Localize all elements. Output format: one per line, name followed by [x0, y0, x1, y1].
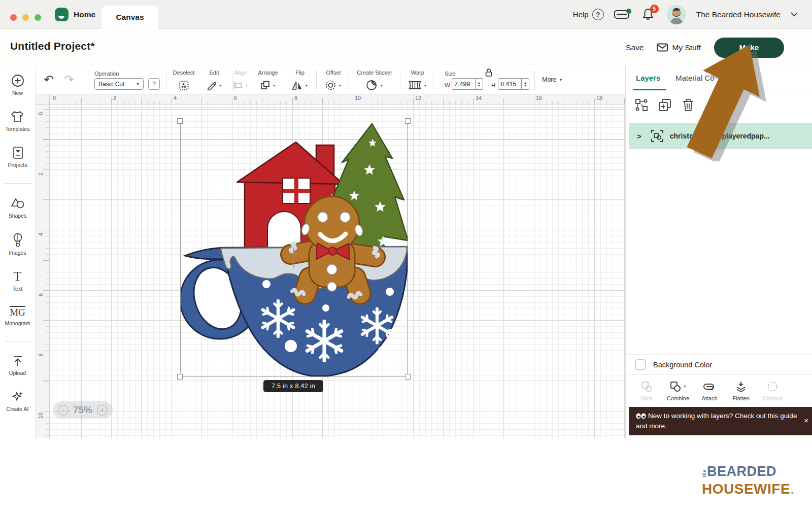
account-name[interactable]: The Bearded Housewife: [696, 10, 781, 19]
offset-label: Offset: [326, 70, 341, 76]
warp-button[interactable]: Warp ▼: [409, 70, 427, 91]
operation-help-button[interactable]: ?: [148, 78, 160, 90]
undo-button[interactable]: ↶: [44, 73, 54, 86]
ruler-tick-label: 10: [38, 412, 44, 419]
selection-handle-top-left[interactable]: [177, 118, 183, 124]
tab-home-label: Home: [74, 10, 95, 19]
zoom-in-button[interactable]: +: [97, 405, 108, 416]
help-button[interactable]: Help ?: [573, 9, 604, 20]
height-input[interactable]: [498, 78, 522, 90]
ruler-tick-label: 8: [38, 352, 44, 359]
sidebar-divider: [4, 183, 31, 184]
ruler-tick-label: 10: [355, 95, 361, 101]
maximize-window-button[interactable]: [35, 14, 41, 21]
size-label: Size: [445, 71, 455, 77]
warp-label: Warp: [411, 70, 424, 76]
layer-row-selected[interactable]: > christmasinacuplayeredpap...: [629, 123, 812, 149]
offset-button[interactable]: Offset ▼: [325, 70, 342, 91]
combine-button[interactable]: ▼ Combine: [662, 375, 694, 406]
redo-button[interactable]: ↷: [64, 73, 74, 86]
sidebar-item-label: Projects: [8, 162, 27, 168]
logo-line2: HOUSEWIFE: [702, 482, 790, 496]
sidebar-item-projects[interactable]: Projects: [8, 146, 27, 168]
selection-handle-bottom-left[interactable]: [177, 374, 183, 380]
layer-expand-chevron[interactable]: >: [637, 132, 641, 141]
tab-layers[interactable]: Layers: [636, 74, 660, 82]
banner-close-button[interactable]: ×: [804, 415, 808, 426]
logo-line1: BEARDED: [707, 465, 776, 478]
new-plus-icon: [11, 74, 24, 87]
ai-sparkle-icon: [11, 390, 24, 403]
more-label: More: [542, 76, 556, 83]
selection-handle-top-right[interactable]: [405, 118, 411, 124]
machine-status-button[interactable]: [614, 9, 631, 21]
sidebar-item-shapes[interactable]: Shapes: [9, 197, 27, 219]
toolbar-divider: [433, 71, 433, 90]
edit-label: Edit: [210, 70, 219, 76]
banner-text: New to working with layers? Check out th…: [636, 412, 797, 430]
caret-icon: ▼: [424, 84, 427, 87]
project-header: Untitled Project* Save My Stuff Make: [0, 29, 812, 66]
layers-panel: Layers Material Co >: [625, 66, 812, 438]
warp-icon: [409, 80, 422, 90]
slice-button: Slice: [631, 375, 662, 406]
minimize-window-button[interactable]: [22, 14, 29, 21]
edit-menu-button[interactable]: Edit ▼: [207, 70, 222, 91]
sidebar-divider: [4, 341, 31, 342]
text-tool-icon: T: [14, 270, 22, 283]
ruler-tick-label: 2: [113, 95, 116, 101]
sidebar-item-create-ai[interactable]: Create AI: [7, 390, 29, 412]
canvas-artwork-christmas-mug[interactable]: [180, 121, 408, 377]
selection-handle-bottom-right[interactable]: [405, 374, 411, 380]
flip-button[interactable]: Flip ▼: [292, 70, 309, 91]
background-color-swatch[interactable]: [635, 359, 646, 370]
tab-canvas[interactable]: Canvas: [101, 6, 158, 29]
operation-select[interactable]: Basic Cut ▼: [94, 78, 144, 90]
deselect-button[interactable]: Deselect: [173, 70, 195, 91]
sidebar-item-new[interactable]: New: [11, 74, 24, 96]
attach-button[interactable]: Attach: [694, 375, 725, 406]
caret-icon: ▼: [380, 84, 384, 87]
tab-home[interactable]: Home: [55, 0, 95, 29]
sidebar-item-templates[interactable]: Templates: [6, 110, 30, 132]
deselect-label: Deselect: [173, 70, 195, 76]
ruler-tick-label: 4: [174, 95, 177, 101]
chevron-down-icon[interactable]: [791, 12, 798, 17]
tools-sidebar: New Templates Projects Shapes: [0, 66, 36, 438]
flatten-button[interactable]: Flatten: [725, 375, 757, 406]
lock-icon[interactable]: [484, 68, 493, 77]
width-input[interactable]: [452, 78, 476, 90]
more-button[interactable]: More ▼: [542, 76, 562, 83]
close-window-button[interactable]: [10, 14, 17, 21]
arrange-button[interactable]: Arrange ▼: [258, 70, 278, 91]
duplicate-icon[interactable]: [657, 97, 672, 113]
sidebar-item-images[interactable]: Images: [9, 233, 26, 256]
my-stuff-label: My Stuff: [672, 43, 701, 52]
delete-trash-icon[interactable]: [681, 97, 696, 113]
flatten-label: Flatten: [732, 395, 750, 401]
combine-icon: [669, 381, 682, 393]
height-stepper[interactable]: ▲▼: [522, 78, 529, 90]
zoom-out-button[interactable]: −: [58, 405, 69, 416]
ruler-tick-label: 6: [38, 291, 44, 298]
group-select-icon: [651, 129, 664, 143]
my-stuff-button[interactable]: My Stuff: [657, 43, 701, 52]
attach-paperclip-icon: [703, 382, 716, 392]
sidebar-item-label: Shapes: [9, 213, 27, 219]
ruler-tick-label: 18: [596, 95, 602, 101]
eyes-icon: [636, 413, 646, 419]
save-button[interactable]: Save: [626, 43, 644, 52]
width-stepper[interactable]: ▲▼: [476, 78, 483, 90]
make-button[interactable]: Make: [714, 38, 784, 58]
sidebar-item-upload[interactable]: Upload: [9, 355, 26, 376]
layer-name: christmasinacuplayeredpap...: [670, 132, 770, 140]
sidebar-item-text[interactable]: T Text: [13, 270, 22, 292]
avatar[interactable]: [667, 5, 686, 24]
tab-material-colors[interactable]: Material Co: [675, 74, 715, 82]
sidebar-item-monogram[interactable]: MG Monogram: [5, 306, 30, 326]
notifications-button[interactable]: 5: [641, 7, 657, 22]
create-sticker-button[interactable]: Create Sticker ▼: [357, 70, 392, 91]
width-label: W: [445, 82, 450, 88]
active-tab-underline: [633, 89, 666, 90]
group-ungroup-icon[interactable]: [634, 97, 649, 113]
